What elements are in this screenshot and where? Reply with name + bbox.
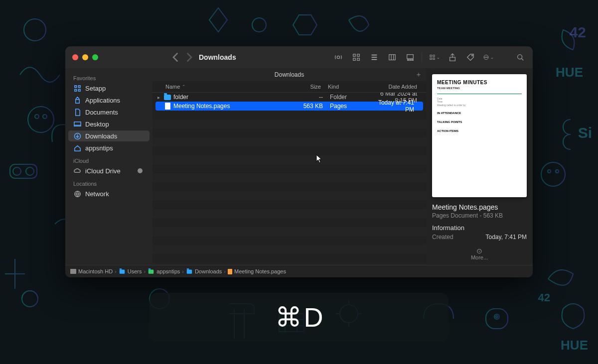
forward-button[interactable] — [184, 52, 194, 62]
preview-info-value: Today, 7:41 PM — [486, 234, 527, 241]
minimize-button[interactable] — [82, 54, 88, 60]
disk-icon — [70, 269, 76, 274]
disclosure-triangle-icon[interactable]: ▸ — [157, 95, 163, 100]
svg-rect-28 — [430, 55, 432, 56]
sidebar-item-network[interactable]: Network — [68, 188, 150, 199]
sidebar-header: Favorites — [65, 71, 152, 82]
svg-point-35 — [485, 57, 485, 57]
preview-info-header: Information — [432, 224, 527, 232]
tab-label[interactable]: Downloads — [275, 71, 304, 78]
file-name: Meeting Notes.pages — [173, 103, 283, 110]
svg-rect-22 — [357, 58, 360, 61]
svg-rect-26 — [410, 60, 411, 61]
zoom-button[interactable] — [92, 54, 98, 60]
wallpaper-text: 42 — [538, 291, 550, 304]
sort-indicator-icon: ⌃ — [182, 84, 186, 89]
preview-info-label: Created — [432, 234, 453, 241]
svg-rect-30 — [430, 58, 432, 59]
column-headers: Name⌃ Size Kind Date Added — [152, 81, 426, 93]
svg-rect-19 — [353, 54, 356, 57]
ellipsis-icon: ⊙ — [432, 247, 527, 254]
sidebar-item-applications[interactable]: Applications — [68, 95, 150, 106]
airdrop-icon[interactable] — [333, 52, 344, 62]
svg-point-33 — [471, 55, 472, 56]
share-button[interactable] — [447, 52, 458, 62]
thumb-section: IN ATTENDANCE — [437, 112, 522, 116]
path-crumb[interactable]: Downloads — [186, 268, 222, 274]
file-size: 563 KB — [283, 103, 330, 110]
tab-bar: Downloads ＋ — [152, 68, 426, 81]
sidebar-item-label: Documents — [85, 109, 118, 116]
new-tab-button[interactable]: ＋ — [415, 70, 422, 79]
svg-rect-21 — [353, 58, 356, 61]
window-title: Downloads — [199, 53, 236, 61]
svg-rect-29 — [433, 55, 435, 56]
file-list[interactable]: ▸ folder -- Folder 6 Mar 2024 at 8:15 PM… — [152, 93, 426, 265]
path-crumb[interactable]: Meeting Notes.pages — [228, 268, 286, 274]
column-name[interactable]: Name⌃ — [165, 84, 281, 90]
thumb-title: MEETING MINUTES — [437, 79, 522, 86]
sidebar: Favorites Setapp Applications Documents … — [65, 68, 152, 265]
tags-button[interactable] — [465, 52, 476, 62]
back-button[interactable] — [171, 52, 181, 62]
svg-rect-24 — [407, 55, 414, 59]
svg-rect-20 — [357, 54, 360, 57]
column-size[interactable]: Size — [281, 84, 328, 90]
path-crumb[interactable]: Users — [119, 268, 142, 274]
thumb-section: ACTION ITEMS — [437, 129, 522, 133]
search-button[interactable] — [515, 52, 526, 62]
list-view-button[interactable] — [369, 52, 380, 62]
traffic-lights — [72, 54, 98, 60]
command-key-icon: ⌘ — [275, 302, 302, 333]
svg-rect-41 — [74, 89, 76, 91]
titlebar: Downloads ⌄ ⌄ — [65, 46, 533, 68]
preview-pane: MEETING MINUTES TEAM MEETING DateTimeMee… — [426, 68, 533, 265]
file-kind: Folder — [330, 94, 370, 101]
sidebar-item-desktop[interactable]: Desktop — [68, 119, 150, 129]
svg-rect-31 — [433, 58, 435, 59]
folder-icon — [149, 269, 154, 273]
svg-rect-42 — [78, 89, 80, 91]
finder-window: Downloads ⌄ ⌄ Favorites Setapp Applicati… — [65, 46, 533, 277]
preview-info-row: Created Today, 7:41 PM — [432, 234, 527, 241]
preview-filename: Meeting Notes.pages — [432, 203, 527, 211]
icon-view-button[interactable] — [351, 52, 362, 62]
close-button[interactable] — [72, 54, 78, 60]
svg-point-38 — [518, 55, 522, 59]
preview-more-button[interactable]: ⊙ More... — [432, 247, 527, 260]
wallpaper-text: Si — [578, 124, 592, 141]
document-icon — [163, 103, 171, 110]
sidebar-item-label: iCloud Drive — [85, 167, 121, 175]
svg-rect-27 — [412, 60, 414, 61]
sync-status-dot — [138, 168, 143, 173]
svg-point-37 — [487, 57, 487, 57]
svg-rect-25 — [408, 60, 409, 61]
svg-point-18 — [337, 56, 339, 58]
wallpaper-text: HUE — [561, 338, 588, 353]
path-bar: Macintosh HD› Users› appsntips› Download… — [65, 265, 533, 277]
path-crumb[interactable]: appsntips — [148, 268, 180, 274]
sidebar-item-setapp[interactable]: Setapp — [68, 83, 150, 94]
sidebar-item-downloads[interactable]: Downloads — [68, 130, 150, 141]
action-button[interactable]: ⌄ — [483, 52, 494, 62]
group-by-button[interactable]: ⌄ — [429, 52, 440, 62]
path-crumb[interactable]: Macintosh HD — [70, 268, 113, 274]
sidebar-item-label: appsntips — [85, 144, 113, 152]
keystroke-overlay: ⌘D — [150, 293, 448, 342]
column-date[interactable]: Date Added — [368, 84, 426, 90]
preview-kind-size: Pages Document - 563 KB — [432, 212, 527, 219]
sidebar-item-icloud-drive[interactable]: iCloud Drive — [68, 165, 150, 176]
svg-rect-23 — [389, 55, 396, 60]
preview-thumbnail: MEETING MINUTES TEAM MEETING DateTimeMee… — [432, 74, 527, 197]
table-row[interactable]: Meeting Notes.pages 563 KB Pages Today a… — [155, 102, 423, 111]
column-kind[interactable]: Kind — [328, 84, 368, 90]
sidebar-item-home[interactable]: appsntips — [68, 142, 150, 153]
wallpaper-text: 42 — [570, 24, 586, 41]
sidebar-item-label: Downloads — [85, 132, 117, 140]
gallery-view-button[interactable] — [405, 52, 422, 62]
sidebar-item-label: Network — [85, 190, 109, 198]
column-view-button[interactable] — [387, 52, 398, 62]
svg-rect-40 — [78, 85, 80, 87]
sidebar-item-documents[interactable]: Documents — [68, 107, 150, 118]
keystroke-letter: D — [304, 302, 323, 333]
